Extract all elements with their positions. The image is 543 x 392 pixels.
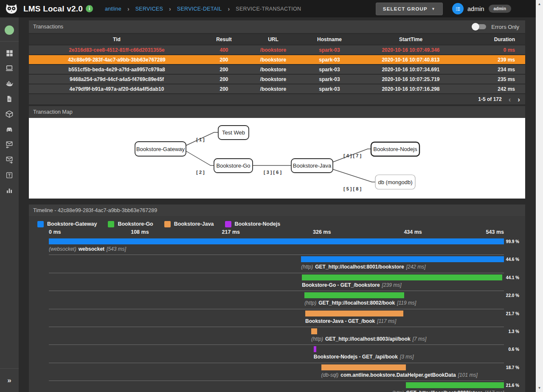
cell-duration: 239 ms xyxy=(466,55,525,64)
span-protocol: (http) xyxy=(301,264,313,270)
span-duration: [117 ms] xyxy=(377,318,396,324)
span-name: Bookstore-Nodejs - GET_/api/book xyxy=(314,354,398,360)
breadcrumb-item[interactable]: SERVICES xyxy=(135,6,163,12)
timeline-track: Bookstore-Java - GET_/book[117 ms] xyxy=(49,309,504,327)
cell-starttime: 2020-10-16 10:07:25.719 xyxy=(356,75,466,84)
axis-tick-label: 217 ms xyxy=(222,229,240,235)
timeline-bar[interactable] xyxy=(406,382,504,388)
toggle-knob[interactable] xyxy=(472,23,479,31)
cell-duration: 0 ms xyxy=(466,45,525,54)
span-duration: [242 ms] xyxy=(406,264,426,270)
timeline-bar[interactable] xyxy=(304,292,404,298)
cell-url: /bookstore xyxy=(243,84,303,93)
table-row[interactable]: b551cf5b-beda-4e29-a7fd-aa9957c979a8200/… xyxy=(29,65,525,74)
timeline-span-label: Bookstore-Nodejs - GET_/api/book[3 ms] xyxy=(314,354,414,360)
map-node-label: Bookstore-Go xyxy=(216,162,250,169)
role-badge: admin xyxy=(489,5,511,13)
breadcrumb: antline›SERVICES›SERVICE-DETAIL›SERVICE-… xyxy=(105,6,301,12)
breadcrumb-item[interactable]: SERVICE-DETAIL xyxy=(177,6,222,12)
cell-starttime: 2020-10-16 10:07:49.346 xyxy=(356,45,466,54)
legend-swatch xyxy=(225,221,231,227)
laptop-icon[interactable] xyxy=(0,61,19,76)
span-duration: [119 ms] xyxy=(397,300,416,306)
timeline-bar[interactable] xyxy=(314,346,316,352)
legend-swatch xyxy=(37,221,44,227)
table-row[interactable]: 9468a254-a79d-44cf-a4a5-f4769c89e45f200/… xyxy=(29,75,525,84)
map-edge-label: [ 5 ] [ 8 ] xyxy=(343,186,362,191)
bar-chart-icon[interactable] xyxy=(0,183,19,198)
timeline-row: (websocket)websocket[543 ms]99.9 % xyxy=(29,237,525,255)
span-duration: [543 ms] xyxy=(107,246,126,252)
docker-icon[interactable] xyxy=(0,76,19,91)
package-icon[interactable] xyxy=(0,106,19,122)
legend-label: Bookstore-Go xyxy=(118,221,153,227)
scrollbar[interactable]: ▲ ▼ xyxy=(536,0,543,392)
map-edge-label: [ 1 ] xyxy=(196,137,205,142)
timeline-row: (http)GET_http://localhost:8001/bookstor… xyxy=(29,255,525,273)
transaction-map-canvas[interactable]: [ 1 ][ 2 ][ 3 ] [ 6 ][ 4 ] [ 7 ][ 5 ] [ … xyxy=(29,118,525,199)
cell-starttime: 2020-10-16 10:07:34.691 xyxy=(356,65,466,74)
timeline-row: Bookstore-Go - GET_/bookstore[239 ms]44.… xyxy=(29,273,525,291)
transactions-panel: Transactions Errors Only TidResultURLHos… xyxy=(29,20,525,104)
breadcrumb-separator-icon: › xyxy=(127,6,129,12)
table-row[interactable]: 4e79df9f-b91a-497a-af20-dd4a4f5dab10200/… xyxy=(29,84,525,93)
timeline-span-label: Bookstore-Java - GET_/book[117 ms] xyxy=(305,318,396,324)
page-next-icon[interactable]: › xyxy=(518,96,520,103)
timeline-title: Timeline - 42c88e99-283f-4ac7-a9bb-3bb63… xyxy=(33,207,157,213)
timeline-row: (db-sql)com.antline.bookstore.DataHelper… xyxy=(29,363,525,381)
document-icon[interactable] xyxy=(0,91,19,106)
timeline-bar[interactable] xyxy=(311,328,317,334)
map-edge xyxy=(186,151,214,165)
table-row[interactable]: 42c88e99-283f-4ac7-a9bb-3bb63e767289200/… xyxy=(29,55,525,64)
breadcrumb-separator-icon: › xyxy=(228,6,230,12)
page-prev-icon[interactable]: ‹ xyxy=(509,96,511,103)
mail-send-icon[interactable] xyxy=(0,152,19,168)
table-header-row: TidResultURLHostnameStartTimeDuration xyxy=(29,34,525,45)
column-header[interactable]: Tid xyxy=(29,34,205,45)
topbar: LMS Local v2.0 i antline›SERVICES›SERVIC… xyxy=(0,0,536,17)
column-header[interactable]: Hostname xyxy=(303,34,356,45)
axis-tick-label: 108 ms xyxy=(131,229,149,235)
table-row[interactable]: 2e316d83-cee8-4512-81ff-c66d2031355e400/… xyxy=(29,45,525,54)
mail-receive-icon[interactable] xyxy=(0,137,19,152)
info-icon[interactable]: i xyxy=(86,5,93,12)
select-group-label: SELECT GROUP xyxy=(383,6,428,11)
expand-sidebar-button[interactable]: » xyxy=(0,368,19,392)
column-header[interactable]: Duration xyxy=(466,34,525,45)
cell-duration: 242 ms xyxy=(466,84,525,93)
errors-only-toggle[interactable]: Errors Only xyxy=(473,24,521,30)
column-header[interactable]: URL xyxy=(243,34,303,45)
span-protocol: (http) xyxy=(392,390,404,392)
select-group-button[interactable]: SELECT GROUP ▼ xyxy=(376,3,443,15)
sidebar-divider xyxy=(0,41,19,42)
car-icon[interactable] xyxy=(0,122,19,137)
span-name: GET_http://localhost:8003/api/book xyxy=(325,336,411,342)
toggle-track[interactable] xyxy=(473,24,486,29)
span-name: GET_http://localhost:8001/bookstore xyxy=(315,264,404,270)
span-protocol: (websocket) xyxy=(49,246,76,252)
timeline-bar[interactable] xyxy=(321,364,406,370)
cell-tid: 4e79df9f-b91a-497a-af20-dd4a4f5dab10 xyxy=(29,84,205,93)
timeline-bar[interactable] xyxy=(49,238,504,244)
text-box-icon[interactable] xyxy=(0,168,19,183)
timeline-track: Bookstore-Go - GET_/bookstore[239 ms] xyxy=(49,273,504,291)
cell-tid: 2e316d83-cee8-4512-81ff-c66d2031355e xyxy=(29,45,205,54)
breadcrumb-item[interactable]: antline xyxy=(105,6,121,12)
scroll-down-icon[interactable]: ▼ xyxy=(536,386,543,390)
column-header[interactable]: StartTime xyxy=(356,34,466,45)
user-avatar[interactable] xyxy=(452,3,464,14)
timeline-bar[interactable] xyxy=(305,311,403,316)
timeline-track: (http)GET_http://localhost:8001/bookstor… xyxy=(49,255,504,273)
timeline-span-label: (http)GET_http://localhost:8002/book[119… xyxy=(304,300,416,306)
column-header[interactable]: Result xyxy=(205,34,243,45)
dashboard-icon[interactable] xyxy=(0,45,19,61)
chevron-down-icon: ▼ xyxy=(431,7,436,11)
timeline-bar[interactable] xyxy=(301,256,504,262)
cell-url: /bookstore xyxy=(243,75,303,84)
scroll-up-icon[interactable]: ▲ xyxy=(536,2,543,6)
transactions-panel-header: Transactions Errors Only xyxy=(29,20,525,33)
timeline-bar[interactable] xyxy=(302,274,502,280)
timeline-track: (db-sql)com.antline.bookstore.DataHelper… xyxy=(49,363,504,381)
legend-swatch xyxy=(164,221,171,227)
span-name: Bookstore-Go - GET_/bookstore xyxy=(302,282,380,288)
